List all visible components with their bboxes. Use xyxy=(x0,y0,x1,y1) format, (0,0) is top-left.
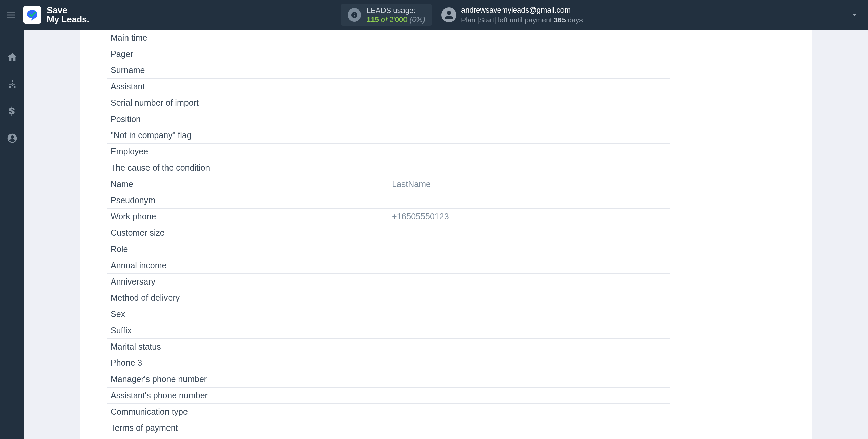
field-label: "Not in company" flag xyxy=(111,130,392,140)
field-label: Pager xyxy=(111,49,392,59)
field-value: +16505550123 xyxy=(392,212,449,222)
app-header: Save My Leads. LEADS usage: 115 of 2'000… xyxy=(0,0,868,30)
chevron-down-icon xyxy=(850,11,859,19)
fields-list: Main timePagerSurnameAssistantSerial num… xyxy=(80,30,812,436)
usage-of: of xyxy=(381,15,387,24)
user-text: andrewsavemyleads@gmail.com Plan |Start|… xyxy=(461,5,583,24)
field-row[interactable]: Customer size xyxy=(107,225,670,241)
field-label: Annual income xyxy=(111,260,392,270)
field-label: Communication type xyxy=(111,407,392,417)
field-label: Assistant's phone number xyxy=(111,391,392,400)
sidebar-item-account[interactable] xyxy=(5,131,20,146)
field-label: Sex xyxy=(111,309,392,319)
sidebar-item-billing[interactable] xyxy=(5,104,20,119)
field-label: Assistant xyxy=(111,82,392,91)
logo-icon xyxy=(23,6,41,24)
usage-numbers: 115 of 2'000 (6%) xyxy=(367,15,425,24)
field-row[interactable]: Assistant's phone number xyxy=(107,388,670,404)
field-row[interactable]: Anniversary xyxy=(107,274,670,290)
sidebar-item-home[interactable] xyxy=(5,49,20,64)
hamburger-icon xyxy=(6,10,16,20)
field-row[interactable]: Role xyxy=(107,241,670,257)
checkmark-bubble-icon xyxy=(25,8,39,22)
field-label: Method of delivery xyxy=(111,293,392,303)
field-row[interactable]: Main time xyxy=(107,30,670,46)
logo[interactable]: Save My Leads. xyxy=(23,6,90,24)
field-row[interactable]: Phone 3 xyxy=(107,355,670,371)
logo-text: Save My Leads. xyxy=(47,6,90,24)
field-row[interactable]: Position xyxy=(107,111,670,127)
home-icon xyxy=(7,51,18,62)
leads-usage-box[interactable]: LEADS usage: 115 of 2'000 (6%) xyxy=(341,4,432,26)
field-row[interactable]: "Not in company" flag xyxy=(107,127,670,144)
field-label: Main time xyxy=(111,33,392,43)
field-row[interactable]: Marital status xyxy=(107,339,670,355)
field-row[interactable]: NameLastName xyxy=(107,176,670,192)
sidebar-item-connections[interactable] xyxy=(5,77,20,91)
logo-line-2: My Leads. xyxy=(47,15,90,24)
field-label: Name xyxy=(111,179,392,189)
header-expand-button[interactable] xyxy=(848,8,861,22)
field-row[interactable]: Employee xyxy=(107,144,670,160)
user-circle-icon xyxy=(7,133,18,144)
field-row[interactable]: Sex xyxy=(107,306,670,322)
field-label: Employee xyxy=(111,147,392,156)
field-label: Role xyxy=(111,244,392,254)
field-label: Work phone xyxy=(111,212,392,222)
field-row[interactable]: Manager's phone number xyxy=(107,371,670,388)
logo-line-1: Save xyxy=(47,6,90,15)
usage-label: LEADS usage: xyxy=(367,6,425,15)
user-account-box[interactable]: andrewsavemyleads@gmail.com Plan |Start|… xyxy=(441,5,583,24)
left-sidebar xyxy=(0,30,24,439)
field-label: Serial number of import xyxy=(111,98,392,108)
usage-total: 2'000 xyxy=(389,15,407,24)
dollar-icon xyxy=(7,106,18,117)
field-label: The cause of the condition xyxy=(111,163,392,173)
avatar-icon xyxy=(441,7,456,22)
field-row[interactable]: Pager xyxy=(107,46,670,62)
field-row[interactable]: Work phone+16505550123 xyxy=(107,209,670,225)
plan-days-suffix: days xyxy=(568,16,583,24)
content-area: Main timePagerSurnameAssistantSerial num… xyxy=(24,30,868,439)
field-label: Pseudonym xyxy=(111,195,392,205)
field-row[interactable]: Communication type xyxy=(107,404,670,420)
plan-days-number: 365 xyxy=(554,16,566,24)
field-label: Surname xyxy=(111,65,392,75)
field-row[interactable]: Suffix xyxy=(107,322,670,339)
field-label: Marital status xyxy=(111,342,392,352)
plan-prefix: Plan |Start| left until payment xyxy=(461,16,552,24)
sitemap-icon xyxy=(7,79,18,89)
field-value: LastName xyxy=(392,179,431,189)
menu-toggle-button[interactable] xyxy=(3,7,18,22)
field-row[interactable]: Pseudonym xyxy=(107,192,670,209)
field-row[interactable]: Terms of payment xyxy=(107,420,670,436)
field-row[interactable]: Annual income xyxy=(107,257,670,274)
field-label: Position xyxy=(111,114,392,124)
field-row[interactable]: The cause of the condition xyxy=(107,160,670,176)
fields-card: Main timePagerSurnameAssistantSerial num… xyxy=(80,30,812,439)
usage-text: LEADS usage: 115 of 2'000 (6%) xyxy=(367,6,425,24)
field-label: Terms of payment xyxy=(111,423,392,433)
usage-percent: (6%) xyxy=(410,15,425,24)
field-row[interactable]: Assistant xyxy=(107,79,670,95)
usage-current: 115 xyxy=(367,15,379,24)
field-label: Manager's phone number xyxy=(111,374,392,384)
field-label: Suffix xyxy=(111,326,392,335)
field-label: Anniversary xyxy=(111,277,392,287)
field-row[interactable]: Surname xyxy=(107,62,670,79)
field-row[interactable]: Method of delivery xyxy=(107,290,670,306)
user-email: andrewsavemyleads@gmail.com xyxy=(461,5,583,15)
field-label: Phone 3 xyxy=(111,358,392,368)
info-icon xyxy=(348,8,361,22)
field-row[interactable]: Serial number of import xyxy=(107,95,670,111)
field-label: Customer size xyxy=(111,228,392,238)
user-plan: Plan |Start| left until payment 365 days xyxy=(461,15,583,24)
